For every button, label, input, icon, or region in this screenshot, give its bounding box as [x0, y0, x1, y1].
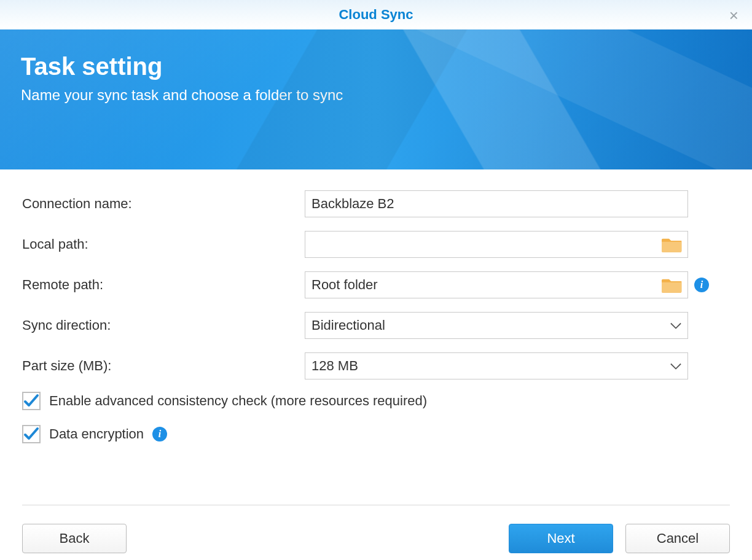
local-path-browse-button[interactable]	[660, 234, 684, 255]
local-path-field[interactable]	[305, 231, 688, 258]
banner-heading: Task setting	[21, 53, 731, 80]
remote-path-value: Root folder	[311, 277, 378, 293]
consistency-check-label: Enable advanced consistency check (more …	[49, 393, 427, 409]
data-encryption-info-icon[interactable]: i	[152, 427, 167, 441]
sync-direction-select[interactable]: Bidirectional	[305, 312, 688, 339]
cancel-button[interactable]: Cancel	[625, 524, 730, 553]
part-size-value: 128 MB	[311, 358, 358, 374]
titlebar: Cloud Sync ×	[0, 0, 752, 29]
sync-direction-value: Bidirectional	[311, 317, 385, 333]
consistency-check-checkbox[interactable]	[22, 392, 41, 410]
task-setting-form: Connection name: Local path:	[0, 169, 752, 505]
remote-path-field[interactable]: Root folder	[305, 271, 688, 298]
cloud-sync-wizard-window: Cloud Sync × Task setting Name your sync…	[0, 0, 752, 560]
folder-icon	[662, 276, 683, 294]
remote-path-label: Remote path:	[22, 277, 305, 293]
wizard-banner: Task setting Name your sync task and cho…	[0, 29, 752, 169]
checkmark-icon	[23, 426, 39, 442]
part-size-select[interactable]: 128 MB	[305, 352, 688, 379]
close-icon[interactable]: ×	[729, 6, 738, 25]
wizard-footer: Back Next Cancel	[22, 505, 730, 560]
data-encryption-checkbox[interactable]	[22, 425, 41, 443]
local-path-label: Local path:	[22, 236, 305, 252]
sync-direction-label: Sync direction:	[22, 317, 305, 333]
window-title: Cloud Sync	[339, 7, 413, 23]
banner-subheading: Name your sync task and choose a folder …	[21, 87, 731, 104]
connection-name-field[interactable]	[305, 190, 688, 217]
part-size-label: Part size (MB):	[22, 358, 305, 374]
chevron-down-icon	[670, 358, 681, 374]
chevron-down-icon	[670, 317, 681, 333]
back-button[interactable]: Back	[22, 524, 127, 553]
connection-name-label: Connection name:	[22, 196, 305, 212]
remote-path-browse-button[interactable]	[660, 274, 684, 295]
data-encryption-label: Data encryption	[49, 426, 144, 442]
next-button[interactable]: Next	[509, 524, 613, 553]
remote-path-info-icon[interactable]: i	[694, 278, 709, 292]
local-path-input[interactable]	[311, 231, 681, 257]
folder-icon	[662, 235, 683, 254]
checkmark-icon	[23, 393, 39, 409]
connection-name-input[interactable]	[311, 191, 681, 217]
